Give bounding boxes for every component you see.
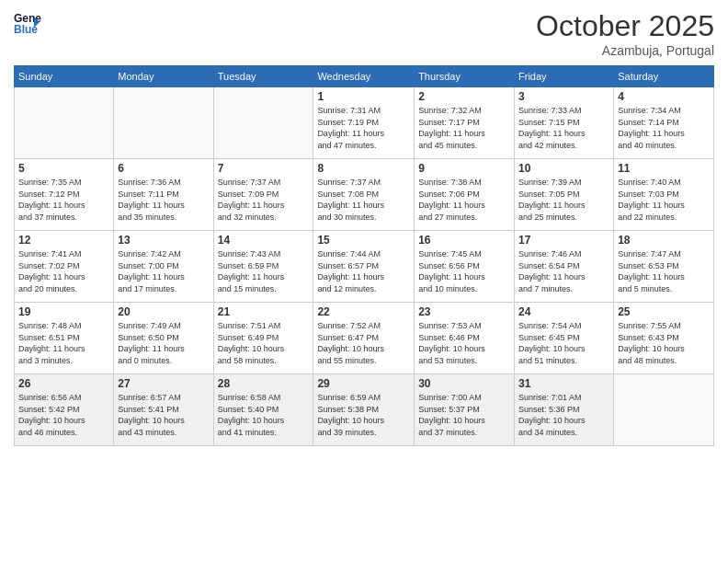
calendar-cell: 23Sunrise: 7:53 AM Sunset: 6:46 PM Dayli… — [415, 303, 515, 374]
day-info: Sunrise: 7:33 AM Sunset: 7:15 PM Dayligh… — [518, 105, 609, 151]
calendar-cell: 17Sunrise: 7:46 AM Sunset: 6:54 PM Dayli… — [515, 231, 614, 303]
day-number: 15 — [317, 234, 410, 247]
day-number: 6 — [118, 162, 209, 175]
day-number: 22 — [317, 305, 410, 318]
day-number: 1 — [317, 90, 410, 103]
day-number: 26 — [18, 377, 109, 390]
calendar-cell — [15, 87, 114, 159]
calendar-cell: 20Sunrise: 7:49 AM Sunset: 6:50 PM Dayli… — [114, 303, 213, 374]
calendar-week-3: 19Sunrise: 7:48 AM Sunset: 6:51 PM Dayli… — [15, 303, 714, 374]
day-number: 17 — [518, 234, 609, 247]
calendar-week-2: 12Sunrise: 7:41 AM Sunset: 7:02 PM Dayli… — [15, 231, 714, 303]
calendar-cell: 15Sunrise: 7:44 AM Sunset: 6:57 PM Dayli… — [313, 231, 415, 303]
day-info: Sunrise: 6:56 AM Sunset: 5:42 PM Dayligh… — [18, 392, 109, 438]
calendar-cell: 1Sunrise: 7:31 AM Sunset: 7:19 PM Daylig… — [313, 87, 415, 159]
calendar-cell — [213, 87, 313, 159]
day-number: 10 — [518, 162, 609, 175]
calendar-week-4: 26Sunrise: 6:56 AM Sunset: 5:42 PM Dayli… — [15, 374, 714, 446]
calendar-week-1: 5Sunrise: 7:35 AM Sunset: 7:12 PM Daylig… — [15, 159, 714, 231]
calendar-cell: 11Sunrise: 7:40 AM Sunset: 7:03 PM Dayli… — [614, 159, 714, 231]
day-info: Sunrise: 7:41 AM Sunset: 7:02 PM Dayligh… — [18, 248, 109, 294]
calendar-cell: 30Sunrise: 7:00 AM Sunset: 5:37 PM Dayli… — [415, 374, 515, 446]
day-number: 12 — [18, 234, 109, 247]
calendar-cell: 24Sunrise: 7:54 AM Sunset: 6:45 PM Dayli… — [515, 303, 614, 374]
day-info: Sunrise: 7:36 AM Sunset: 7:11 PM Dayligh… — [118, 177, 209, 223]
day-info: Sunrise: 6:59 AM Sunset: 5:38 PM Dayligh… — [317, 392, 410, 438]
day-number: 14 — [218, 234, 310, 247]
day-info: Sunrise: 7:52 AM Sunset: 6:47 PM Dayligh… — [317, 320, 410, 366]
day-number: 28 — [218, 377, 310, 390]
day-info: Sunrise: 7:44 AM Sunset: 6:57 PM Dayligh… — [317, 248, 410, 294]
day-info: Sunrise: 7:47 AM Sunset: 6:53 PM Dayligh… — [618, 248, 710, 294]
header-wednesday: Wednesday — [313, 66, 415, 87]
day-number: 18 — [618, 234, 710, 247]
calendar-cell: 31Sunrise: 7:01 AM Sunset: 5:36 PM Dayli… — [515, 374, 614, 446]
logo-icon: General Blue — [14, 9, 41, 37]
day-number: 21 — [218, 305, 310, 318]
calendar-cell: 3Sunrise: 7:33 AM Sunset: 7:15 PM Daylig… — [515, 87, 614, 159]
day-info: Sunrise: 7:55 AM Sunset: 6:43 PM Dayligh… — [618, 320, 710, 366]
day-info: Sunrise: 7:00 AM Sunset: 5:37 PM Dayligh… — [418, 392, 510, 438]
calendar-cell: 14Sunrise: 7:43 AM Sunset: 6:59 PM Dayli… — [213, 231, 313, 303]
day-info: Sunrise: 7:40 AM Sunset: 7:03 PM Dayligh… — [618, 177, 710, 223]
calendar-cell: 16Sunrise: 7:45 AM Sunset: 6:56 PM Dayli… — [415, 231, 515, 303]
day-number: 19 — [18, 305, 109, 318]
calendar-cell: 26Sunrise: 6:56 AM Sunset: 5:42 PM Dayli… — [15, 374, 114, 446]
calendar-cell — [614, 374, 714, 446]
day-number: 27 — [118, 377, 209, 390]
location: Azambuja, Portugal — [536, 43, 714, 58]
page: General Blue October 2025 Azambuja, Port… — [0, 0, 728, 563]
day-info: Sunrise: 7:37 AM Sunset: 7:08 PM Dayligh… — [317, 177, 410, 223]
calendar-cell: 22Sunrise: 7:52 AM Sunset: 6:47 PM Dayli… — [313, 303, 415, 374]
calendar-cell: 29Sunrise: 6:59 AM Sunset: 5:38 PM Dayli… — [313, 374, 415, 446]
calendar-header-row: Sunday Monday Tuesday Wednesday Thursday… — [15, 66, 714, 87]
calendar-cell: 10Sunrise: 7:39 AM Sunset: 7:05 PM Dayli… — [515, 159, 614, 231]
day-number: 3 — [518, 90, 609, 103]
day-info: Sunrise: 7:54 AM Sunset: 6:45 PM Dayligh… — [518, 320, 609, 366]
calendar-cell: 12Sunrise: 7:41 AM Sunset: 7:02 PM Dayli… — [15, 231, 114, 303]
day-info: Sunrise: 7:35 AM Sunset: 7:12 PM Dayligh… — [18, 177, 109, 223]
day-info: Sunrise: 7:37 AM Sunset: 7:09 PM Dayligh… — [218, 177, 310, 223]
day-number: 20 — [118, 305, 209, 318]
day-info: Sunrise: 7:53 AM Sunset: 6:46 PM Dayligh… — [418, 320, 510, 366]
calendar-cell: 8Sunrise: 7:37 AM Sunset: 7:08 PM Daylig… — [313, 159, 415, 231]
day-info: Sunrise: 6:57 AM Sunset: 5:41 PM Dayligh… — [118, 392, 209, 438]
day-info: Sunrise: 7:49 AM Sunset: 6:50 PM Dayligh… — [118, 320, 209, 366]
day-info: Sunrise: 7:01 AM Sunset: 5:36 PM Dayligh… — [518, 392, 609, 438]
calendar-cell: 9Sunrise: 7:38 AM Sunset: 7:06 PM Daylig… — [415, 159, 515, 231]
logo: General Blue — [14, 9, 44, 37]
calendar-cell: 25Sunrise: 7:55 AM Sunset: 6:43 PM Dayli… — [614, 303, 714, 374]
day-number: 23 — [418, 305, 510, 318]
day-number: 25 — [618, 305, 710, 318]
day-number: 9 — [418, 162, 510, 175]
calendar-cell: 27Sunrise: 6:57 AM Sunset: 5:41 PM Dayli… — [114, 374, 213, 446]
calendar-cell: 19Sunrise: 7:48 AM Sunset: 6:51 PM Dayli… — [15, 303, 114, 374]
calendar-cell: 6Sunrise: 7:36 AM Sunset: 7:11 PM Daylig… — [114, 159, 213, 231]
day-number: 29 — [317, 377, 410, 390]
day-info: Sunrise: 6:58 AM Sunset: 5:40 PM Dayligh… — [218, 392, 310, 438]
calendar-cell: 5Sunrise: 7:35 AM Sunset: 7:12 PM Daylig… — [15, 159, 114, 231]
day-number: 13 — [118, 234, 209, 247]
calendar-cell — [114, 87, 213, 159]
day-info: Sunrise: 7:42 AM Sunset: 7:00 PM Dayligh… — [118, 248, 209, 294]
calendar-cell: 18Sunrise: 7:47 AM Sunset: 6:53 PM Dayli… — [614, 231, 714, 303]
day-info: Sunrise: 7:46 AM Sunset: 6:54 PM Dayligh… — [518, 248, 609, 294]
header-monday: Monday — [114, 66, 213, 87]
day-number: 2 — [418, 90, 510, 103]
header-tuesday: Tuesday — [213, 66, 313, 87]
day-number: 11 — [618, 162, 710, 175]
day-number: 16 — [418, 234, 510, 247]
day-number: 8 — [317, 162, 410, 175]
day-info: Sunrise: 7:34 AM Sunset: 7:14 PM Dayligh… — [618, 105, 710, 151]
calendar-cell: 28Sunrise: 6:58 AM Sunset: 5:40 PM Dayli… — [213, 374, 313, 446]
header-saturday: Saturday — [614, 66, 714, 87]
header-sunday: Sunday — [15, 66, 114, 87]
day-info: Sunrise: 7:43 AM Sunset: 6:59 PM Dayligh… — [218, 248, 310, 294]
day-number: 5 — [18, 162, 109, 175]
title-area: October 2025 Azambuja, Portugal — [536, 9, 714, 58]
calendar-cell: 4Sunrise: 7:34 AM Sunset: 7:14 PM Daylig… — [614, 87, 714, 159]
day-info: Sunrise: 7:45 AM Sunset: 6:56 PM Dayligh… — [418, 248, 510, 294]
day-number: 7 — [218, 162, 310, 175]
day-info: Sunrise: 7:32 AM Sunset: 7:17 PM Dayligh… — [418, 105, 510, 151]
day-number: 31 — [518, 377, 609, 390]
